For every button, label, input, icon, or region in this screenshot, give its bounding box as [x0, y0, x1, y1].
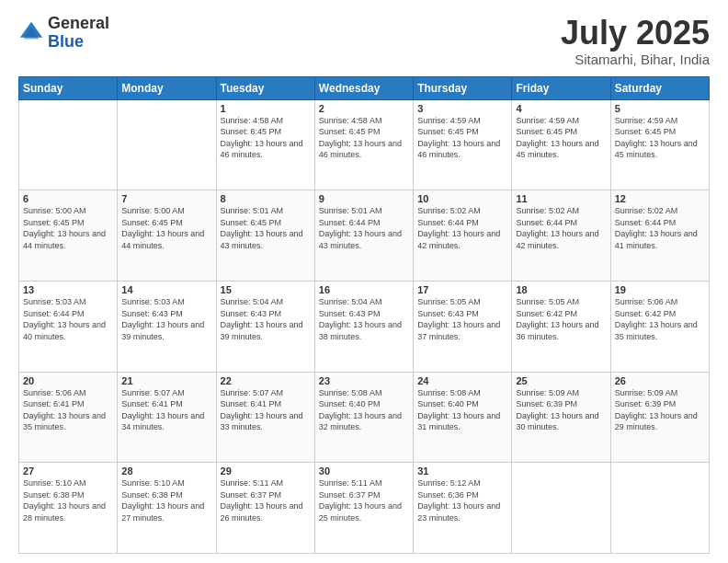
calendar-day-header: Sunday	[19, 76, 118, 99]
day-info: Sunrise: 5:00 AM Sunset: 6:45 PM Dayligh…	[121, 205, 211, 251]
logo-text: General Blue	[48, 15, 109, 52]
calendar-cell: 30Sunrise: 5:11 AM Sunset: 6:37 PM Dayli…	[314, 463, 413, 554]
day-info: Sunrise: 5:07 AM Sunset: 6:41 PM Dayligh…	[221, 387, 311, 433]
calendar-cell: 1Sunrise: 4:58 AM Sunset: 6:45 PM Daylig…	[216, 99, 314, 190]
calendar-cell: 3Sunrise: 4:59 AM Sunset: 6:45 PM Daylig…	[414, 99, 512, 190]
day-info: Sunrise: 5:02 AM Sunset: 6:44 PM Dayligh…	[516, 205, 606, 251]
calendar-day-header: Tuesday	[216, 76, 314, 99]
calendar-cell: 18Sunrise: 5:05 AM Sunset: 6:42 PM Dayli…	[512, 281, 610, 372]
day-number: 23	[319, 375, 409, 386]
day-number: 31	[417, 465, 507, 477]
calendar-week-row: 1Sunrise: 4:58 AM Sunset: 6:45 PM Daylig…	[19, 99, 710, 190]
calendar-cell: 25Sunrise: 5:09 AM Sunset: 6:39 PM Dayli…	[512, 372, 610, 463]
day-number: 20	[23, 375, 113, 386]
title-block: July 2025 Sitamarhi, Bihar, India	[561, 15, 710, 67]
day-number: 15	[221, 284, 311, 295]
day-number: 17	[417, 284, 507, 295]
calendar-cell: 7Sunrise: 5:00 AM Sunset: 6:45 PM Daylig…	[118, 190, 216, 282]
day-info: Sunrise: 5:03 AM Sunset: 6:44 PM Dayligh…	[23, 296, 113, 342]
day-number: 13	[23, 284, 113, 295]
day-info: Sunrise: 4:59 AM Sunset: 6:45 PM Dayligh…	[417, 115, 507, 161]
calendar-week-row: 27Sunrise: 5:10 AM Sunset: 6:38 PM Dayli…	[19, 463, 710, 554]
calendar-week-row: 13Sunrise: 5:03 AM Sunset: 6:44 PM Dayli…	[19, 281, 710, 372]
calendar-cell: 20Sunrise: 5:06 AM Sunset: 6:41 PM Dayli…	[19, 372, 118, 463]
logo-blue-text: Blue	[48, 33, 109, 52]
calendar-cell: 28Sunrise: 5:10 AM Sunset: 6:38 PM Dayli…	[118, 463, 216, 554]
day-info: Sunrise: 5:04 AM Sunset: 6:43 PM Dayligh…	[221, 296, 311, 342]
day-info: Sunrise: 4:59 AM Sunset: 6:45 PM Dayligh…	[516, 115, 606, 161]
calendar-day-header: Friday	[512, 76, 610, 99]
calendar-cell: 22Sunrise: 5:07 AM Sunset: 6:41 PM Dayli…	[216, 372, 314, 463]
calendar-cell: 9Sunrise: 5:01 AM Sunset: 6:44 PM Daylig…	[314, 190, 413, 282]
calendar-day-header: Thursday	[414, 76, 512, 99]
calendar-day-header: Monday	[118, 76, 216, 99]
calendar-day-header: Wednesday	[314, 76, 413, 99]
calendar-cell: 15Sunrise: 5:04 AM Sunset: 6:43 PM Dayli…	[216, 281, 314, 372]
day-info: Sunrise: 5:06 AM Sunset: 6:41 PM Dayligh…	[23, 387, 113, 433]
calendar-week-row: 20Sunrise: 5:06 AM Sunset: 6:41 PM Dayli…	[19, 372, 710, 463]
day-number: 14	[121, 284, 211, 295]
calendar-cell	[19, 99, 118, 190]
calendar-cell	[118, 99, 216, 190]
day-number: 21	[121, 375, 211, 386]
day-info: Sunrise: 5:04 AM Sunset: 6:43 PM Dayligh…	[319, 296, 409, 342]
calendar-cell: 6Sunrise: 5:00 AM Sunset: 6:45 PM Daylig…	[19, 190, 118, 282]
calendar-cell: 10Sunrise: 5:02 AM Sunset: 6:44 PM Dayli…	[414, 190, 512, 282]
day-number: 22	[221, 375, 311, 386]
day-info: Sunrise: 5:06 AM Sunset: 6:42 PM Dayligh…	[615, 296, 705, 342]
calendar-cell: 31Sunrise: 5:12 AM Sunset: 6:36 PM Dayli…	[414, 463, 512, 554]
day-info: Sunrise: 5:10 AM Sunset: 6:38 PM Dayligh…	[121, 477, 211, 523]
calendar-cell: 21Sunrise: 5:07 AM Sunset: 6:41 PM Dayli…	[118, 372, 216, 463]
day-info: Sunrise: 5:02 AM Sunset: 6:44 PM Dayligh…	[417, 205, 507, 251]
calendar-cell: 4Sunrise: 4:59 AM Sunset: 6:45 PM Daylig…	[512, 99, 610, 190]
calendar-cell: 16Sunrise: 5:04 AM Sunset: 6:43 PM Dayli…	[314, 281, 413, 372]
day-info: Sunrise: 5:10 AM Sunset: 6:38 PM Dayligh…	[23, 477, 113, 523]
calendar-cell: 5Sunrise: 4:59 AM Sunset: 6:45 PM Daylig…	[610, 99, 709, 190]
day-number: 19	[615, 284, 705, 295]
calendar-header-row: SundayMondayTuesdayWednesdayThursdayFrid…	[19, 76, 710, 99]
logo-icon	[18, 20, 44, 46]
day-number: 1	[221, 103, 311, 114]
calendar-day-header: Saturday	[610, 76, 709, 99]
calendar-cell: 27Sunrise: 5:10 AM Sunset: 6:38 PM Dayli…	[19, 463, 118, 554]
location: Sitamarhi, Bihar, India	[561, 52, 710, 67]
day-number: 29	[221, 465, 311, 477]
day-number: 3	[417, 103, 507, 114]
day-info: Sunrise: 5:11 AM Sunset: 6:37 PM Dayligh…	[319, 477, 409, 523]
logo-general-text: General	[48, 15, 109, 33]
day-number: 7	[121, 193, 211, 204]
day-info: Sunrise: 5:03 AM Sunset: 6:43 PM Dayligh…	[121, 296, 211, 342]
day-number: 30	[319, 465, 409, 477]
day-number: 2	[319, 103, 409, 114]
day-info: Sunrise: 5:02 AM Sunset: 6:44 PM Dayligh…	[615, 205, 705, 251]
day-info: Sunrise: 5:09 AM Sunset: 6:39 PM Dayligh…	[516, 387, 606, 433]
day-info: Sunrise: 4:58 AM Sunset: 6:45 PM Dayligh…	[221, 115, 311, 161]
calendar-cell: 29Sunrise: 5:11 AM Sunset: 6:37 PM Dayli…	[216, 463, 314, 554]
day-number: 24	[417, 375, 507, 386]
calendar-cell	[610, 463, 709, 554]
day-number: 10	[417, 193, 507, 204]
day-number: 16	[319, 284, 409, 295]
day-number: 26	[615, 375, 705, 386]
calendar-cell: 17Sunrise: 5:05 AM Sunset: 6:43 PM Dayli…	[414, 281, 512, 372]
day-info: Sunrise: 5:08 AM Sunset: 6:40 PM Dayligh…	[417, 387, 507, 433]
calendar-cell: 26Sunrise: 5:09 AM Sunset: 6:39 PM Dayli…	[610, 372, 709, 463]
header: General Blue July 2025 Sitamarhi, Bihar,…	[18, 15, 710, 67]
calendar-table: SundayMondayTuesdayWednesdayThursdayFrid…	[18, 76, 710, 554]
day-number: 25	[516, 375, 606, 386]
day-info: Sunrise: 5:01 AM Sunset: 6:44 PM Dayligh…	[319, 205, 409, 251]
calendar-cell: 2Sunrise: 4:58 AM Sunset: 6:45 PM Daylig…	[314, 99, 413, 190]
day-info: Sunrise: 5:07 AM Sunset: 6:41 PM Dayligh…	[121, 387, 211, 433]
calendar-cell: 14Sunrise: 5:03 AM Sunset: 6:43 PM Dayli…	[118, 281, 216, 372]
day-number: 18	[516, 284, 606, 295]
day-info: Sunrise: 5:11 AM Sunset: 6:37 PM Dayligh…	[221, 477, 311, 523]
day-number: 9	[319, 193, 409, 204]
month-title: July 2025	[561, 15, 710, 52]
calendar-cell: 8Sunrise: 5:01 AM Sunset: 6:45 PM Daylig…	[216, 190, 314, 282]
page: General Blue July 2025 Sitamarhi, Bihar,…	[0, 0, 728, 563]
calendar-cell: 11Sunrise: 5:02 AM Sunset: 6:44 PM Dayli…	[512, 190, 610, 282]
day-number: 28	[121, 465, 211, 477]
calendar-cell	[512, 463, 610, 554]
day-info: Sunrise: 5:12 AM Sunset: 6:36 PM Dayligh…	[417, 477, 507, 523]
day-info: Sunrise: 4:59 AM Sunset: 6:45 PM Dayligh…	[615, 115, 705, 161]
